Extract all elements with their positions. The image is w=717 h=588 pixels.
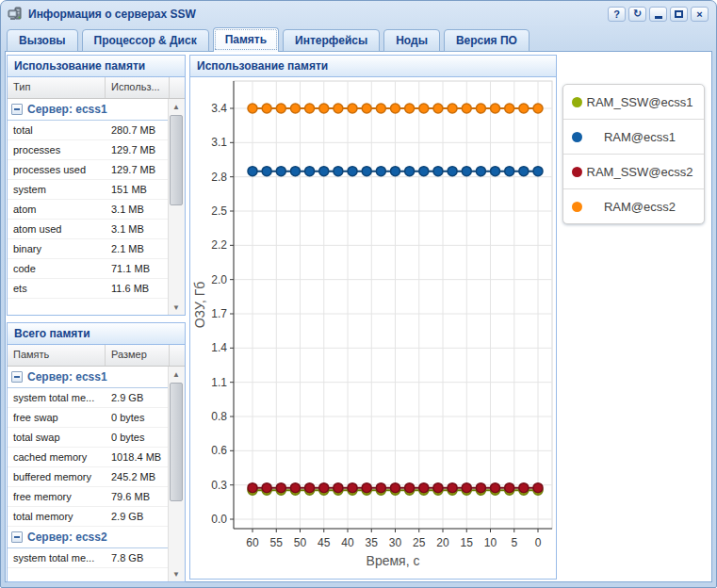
table-row[interactable]: total 280.7 MB (8, 121, 168, 140)
column-header-size[interactable]: Размер (106, 345, 170, 366)
grid-header: Тип Использ... (8, 77, 185, 99)
svg-text:5: 5 (511, 536, 517, 549)
row-value: 2.1 MB (106, 239, 168, 258)
row-name: free swap (8, 408, 106, 427)
row-value: 1018.4 MB (106, 448, 168, 466)
table-row[interactable]: processes 129.7 MB (8, 140, 168, 160)
svg-text:50: 50 (294, 536, 307, 549)
svg-text:15: 15 (461, 536, 474, 549)
svg-text:Время, с: Время, с (367, 553, 420, 568)
row-value: 280.7 MB (106, 121, 168, 139)
table-row[interactable]: total memory 2.9 GB (8, 507, 168, 527)
memory-usage-panel: Использование памяти Тип Использ... Серв… (7, 55, 186, 316)
vertical-scrollbar[interactable] (168, 367, 185, 581)
refresh-button[interactable]: ↻ (628, 7, 646, 22)
table-row[interactable]: free memory 79.6 MB (8, 487, 168, 507)
legend-item-ram-ssw-ecss1[interactable]: RAM_SSW@ecss1 (563, 85, 704, 119)
group-row-ecss2[interactable]: Сервер: ecss2 (8, 527, 168, 548)
table-row[interactable]: cached memory 1018.4 MB (8, 448, 168, 467)
table-row[interactable]: system total me... 2.9 GB (8, 388, 168, 408)
row-name: system total me... (8, 388, 106, 407)
maximize-button[interactable] (670, 7, 688, 22)
table-row[interactable]: system total me... 7.8 GB (8, 548, 168, 568)
minimize-icon (655, 16, 662, 19)
panel-title: Использование памяти (8, 56, 185, 77)
svg-text:60: 60 (246, 536, 259, 549)
scroll-thumb[interactable] (170, 115, 183, 205)
close-button[interactable]: × (691, 7, 709, 22)
tab-version[interactable]: Версия ПО (444, 29, 530, 52)
row-value: 0 bytes (106, 428, 168, 447)
tab-nodes[interactable]: Ноды (383, 29, 440, 52)
series-color-dot (572, 132, 582, 142)
help-button[interactable]: ? (608, 7, 626, 22)
column-header-used[interactable]: Использ... (106, 77, 170, 98)
table-row[interactable]: free swap 0 bytes (8, 408, 168, 428)
row-name: total memory (8, 507, 106, 526)
table-row[interactable]: processes used 129.7 MB (8, 160, 168, 180)
row-name: buffered memory (8, 467, 106, 486)
tabbar: Вызовы Процессор & Диск Память Интерфейс… (7, 27, 710, 52)
tab-memory[interactable]: Память (213, 27, 279, 52)
row-name: processes (8, 140, 106, 159)
group-label: Сервер: ecss2 (27, 531, 107, 544)
tab-cpu-disk[interactable]: Процессор & Диск (82, 29, 209, 52)
scroll-up-button[interactable] (169, 367, 184, 382)
column-header-type[interactable]: Тип (8, 77, 106, 98)
row-value: 79.6 MB (106, 487, 168, 506)
chart-legend: RAM_SSW@ecss1 RAM@ecss1 RAM_SSW@ecss2 RA… (562, 84, 705, 224)
table-row[interactable]: system 151 MB (8, 180, 168, 200)
svg-text:0: 0 (535, 536, 542, 549)
row-name: system (8, 180, 106, 199)
titlebar: Информация о серверах SSW ? ↻ × (1, 1, 716, 26)
group-row-ecss1[interactable]: Сервер: ecss1 (8, 367, 168, 388)
scroll-down-button[interactable] (169, 566, 184, 581)
table-row[interactable]: buffered memory 245.2 MB (8, 467, 168, 487)
legend-item-ram-ecss1[interactable]: RAM@ecss1 (563, 119, 704, 154)
row-name: free memory (8, 487, 106, 506)
table-row[interactable]: atom 3.1 MB (8, 200, 168, 220)
row-value: 129.7 MB (106, 160, 168, 179)
legend-label: RAM@ecss2 (584, 200, 695, 214)
table-row[interactable]: binary 2.1 MB (8, 239, 168, 259)
svg-text:1.4: 1.4 (211, 341, 227, 354)
scroll-down-button[interactable] (169, 300, 184, 315)
table-row[interactable]: atom used 3.1 MB (8, 220, 168, 239)
row-name: cached memory (8, 448, 106, 466)
row-value: 3.1 MB (106, 200, 168, 219)
row-value: 129.7 MB (106, 140, 168, 159)
column-header-memory[interactable]: Память (8, 345, 106, 366)
legend-item-ram-ssw-ecss2[interactable]: RAM_SSW@ecss2 (563, 154, 704, 188)
collapse-icon[interactable] (11, 104, 23, 115)
svg-text:2.2: 2.2 (211, 238, 227, 252)
vertical-scrollbar[interactable] (168, 99, 185, 315)
svg-text:1.7: 1.7 (211, 307, 227, 320)
table-row[interactable]: code 71.1 MB (8, 259, 168, 279)
row-value: 151 MB (106, 180, 168, 199)
svg-text:3.1: 3.1 (211, 136, 227, 149)
legend-item-ram-ecss2[interactable]: RAM@ecss2 (563, 188, 704, 223)
row-name: binary (8, 239, 106, 258)
column-header-filler (170, 345, 185, 366)
memory-usage-chart[interactable]: 6055504540353025201510503.43.12.82.52.22… (190, 77, 556, 579)
tab-interfaces[interactable]: Интерфейсы (283, 29, 380, 52)
table-row[interactable]: ets 11.6 MB (8, 279, 168, 299)
row-name: atom used (8, 220, 106, 238)
panel-title: Использование памяти (190, 56, 556, 77)
row-value: 7.8 GB (106, 548, 168, 567)
grid-header: Память Размер (8, 345, 185, 367)
tab-calls[interactable]: Вызовы (7, 29, 78, 52)
legend-label: RAM@ecss1 (584, 130, 695, 144)
svg-text:45: 45 (318, 536, 331, 549)
group-row-ecss1[interactable]: Сервер: ecss1 (8, 99, 168, 121)
series-color-dot (572, 167, 582, 177)
collapse-icon[interactable] (11, 371, 23, 383)
scroll-up-button[interactable] (169, 99, 184, 114)
svg-text:0.8: 0.8 (211, 410, 227, 423)
scroll-thumb[interactable] (170, 383, 183, 501)
table-row[interactable]: total swap 0 bytes (8, 428, 168, 448)
svg-text:25: 25 (413, 536, 426, 549)
collapse-icon[interactable] (11, 531, 23, 543)
minimize-button[interactable] (649, 7, 667, 22)
series-color-dot (572, 97, 582, 107)
